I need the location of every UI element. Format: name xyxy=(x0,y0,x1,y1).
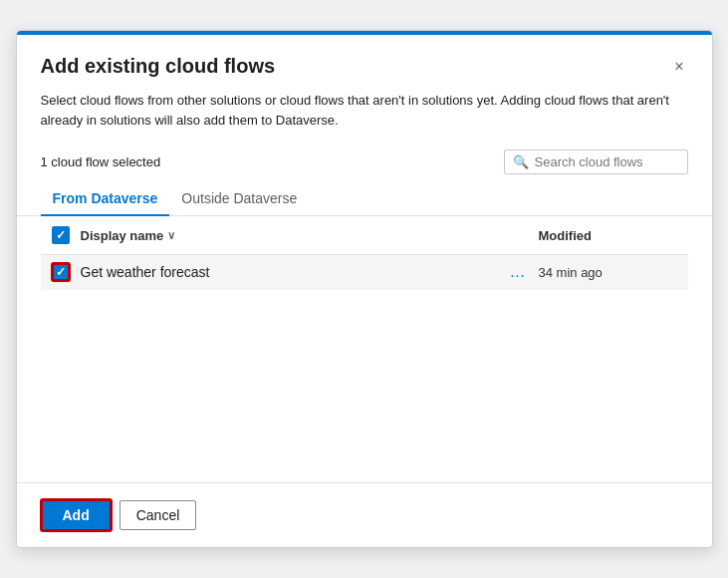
table-area: ✓ Display name ∨ Modified ✓ Get weather … xyxy=(17,216,712,482)
dialog-header: Add existing cloud flows × xyxy=(17,35,712,91)
row-checkmark-icon: ✓ xyxy=(56,266,66,278)
row-display-name: Get weather forecast xyxy=(81,264,499,280)
dialog-title: Add existing cloud flows xyxy=(41,55,276,78)
search-icon: 🔍 xyxy=(513,154,529,169)
cancel-button[interactable]: Cancel xyxy=(120,500,197,530)
tabs-container: From Dataverse Outside Dataverse xyxy=(17,182,712,216)
header-checkbox-col: ✓ xyxy=(41,226,81,244)
tab-from-dataverse[interactable]: From Dataverse xyxy=(41,182,170,216)
row-checkbox-col: ✓ xyxy=(41,263,81,281)
tab-outside-dataverse[interactable]: Outside Dataverse xyxy=(169,182,309,216)
table-header: ✓ Display name ∨ Modified xyxy=(41,216,688,255)
dialog-toolbar: 1 cloud flow selected 🔍 xyxy=(17,142,712,182)
close-button[interactable]: × xyxy=(670,55,687,79)
sort-icon: ∨ xyxy=(167,229,175,242)
row-checkbox[interactable]: ✓ xyxy=(52,263,70,281)
dialog-footer: Add Cancel xyxy=(17,482,712,547)
add-button[interactable]: Add xyxy=(41,499,112,531)
col-modified-header: Modified xyxy=(539,228,688,243)
checkmark-icon: ✓ xyxy=(56,229,66,241)
add-cloud-flows-dialog: Add existing cloud flows × Select cloud … xyxy=(16,30,713,548)
search-input[interactable] xyxy=(535,154,679,169)
col-display-name-header[interactable]: Display name ∨ xyxy=(81,228,539,243)
selected-count-label: 1 cloud flow selected xyxy=(41,154,161,169)
select-all-checkbox[interactable]: ✓ xyxy=(52,226,70,244)
table-row[interactable]: ✓ Get weather forecast … 34 min ago xyxy=(41,255,688,290)
dialog-description: Select cloud flows from other solutions … xyxy=(17,91,712,142)
row-actions-button[interactable]: … xyxy=(499,263,539,281)
search-box[interactable]: 🔍 xyxy=(504,149,688,174)
row-modified: 34 min ago xyxy=(539,265,688,280)
